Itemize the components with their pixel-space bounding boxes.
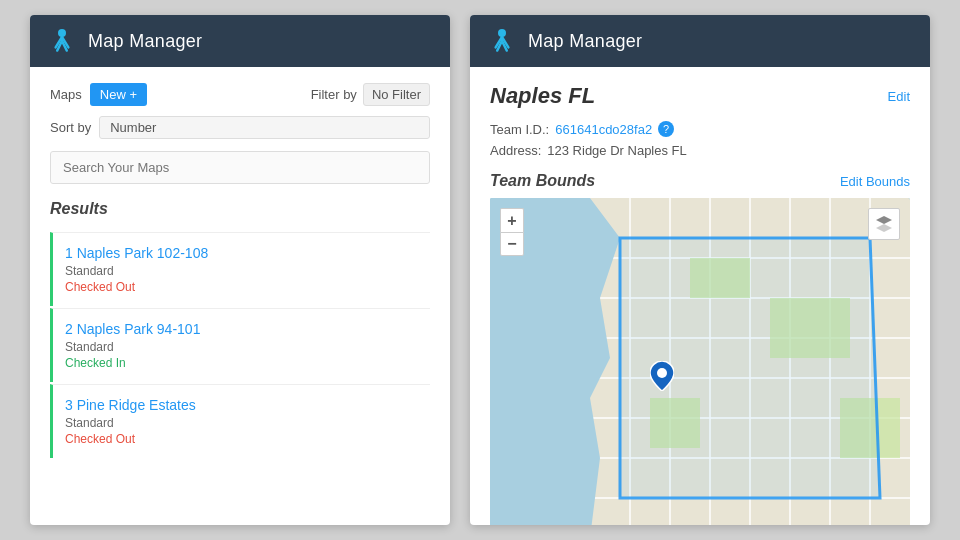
filter-value[interactable]: No Filter <box>363 83 430 106</box>
svg-marker-35 <box>876 224 892 232</box>
toolbar-row: Maps New + Filter by No Filter <box>50 83 430 106</box>
team-id-label: Team I.D.: <box>490 122 549 137</box>
map-item-type-1: Standard <box>65 264 430 278</box>
filter-group: Filter by No Filter <box>311 83 430 106</box>
map-layer-button[interactable] <box>868 208 900 240</box>
right-panel: Map Manager Naples FL Edit Team I.D.: 66… <box>470 15 930 525</box>
maps-label: Maps <box>50 87 82 102</box>
svg-point-0 <box>58 29 66 37</box>
map-item-name-2[interactable]: 2 Naples Park 94-101 <box>65 321 430 337</box>
address-row: Address: 123 Ridge Dr Naples FL <box>490 143 910 158</box>
question-icon[interactable]: ? <box>658 121 674 137</box>
location-pin <box>650 361 674 395</box>
list-item: 2 Naples Park 94-101 Standard Checked In <box>50 308 430 382</box>
bounds-section-header: Team Bounds Edit Bounds <box>490 172 910 190</box>
figure-icon-right <box>486 25 518 57</box>
zoom-out-button[interactable]: − <box>500 232 524 256</box>
new-button[interactable]: New + <box>90 83 147 106</box>
map-item-status-1: Checked Out <box>65 280 430 294</box>
map-zoom-controls: + − <box>500 208 524 256</box>
search-input[interactable] <box>50 151 430 184</box>
map-item-status-2: Checked In <box>65 356 430 370</box>
address-label: Address: <box>490 143 541 158</box>
team-header: Naples FL Edit <box>490 83 910 109</box>
right-content: Naples FL Edit Team I.D.: 661641cdo28fa2… <box>470 67 930 525</box>
results-title: Results <box>50 200 430 218</box>
left-header-title: Map Manager <box>88 31 202 52</box>
map-background <box>490 198 910 525</box>
figure-icon <box>46 25 78 57</box>
layers-icon <box>874 214 894 234</box>
edit-link[interactable]: Edit <box>888 89 910 104</box>
zoom-in-button[interactable]: + <box>500 208 524 232</box>
map-item-name-3[interactable]: 3 Pine Ridge Estates <box>65 397 430 413</box>
map-item-type-2: Standard <box>65 340 430 354</box>
team-name: Naples FL <box>490 83 595 109</box>
filter-by-label: Filter by <box>311 87 357 102</box>
pin-icon <box>650 361 674 391</box>
list-item: 3 Pine Ridge Estates Standard Checked Ou… <box>50 384 430 458</box>
map-item-type-3: Standard <box>65 416 430 430</box>
team-id-value: 661641cdo28fa2 <box>555 122 652 137</box>
map-item-name-1[interactable]: 1 Naples Park 102-108 <box>65 245 430 261</box>
left-content: Maps New + Filter by No Filter Sort by N… <box>30 67 450 476</box>
svg-point-36 <box>657 368 667 378</box>
bounds-title: Team Bounds <box>490 172 595 190</box>
sort-by-label: Sort by <box>50 120 91 135</box>
sort-row: Sort by Number <box>50 116 430 139</box>
left-header: Map Manager <box>30 15 450 67</box>
right-header-title: Map Manager <box>528 31 642 52</box>
map-container: + − <box>490 198 910 525</box>
left-panel: Map Manager Maps New + Filter by No Filt… <box>30 15 450 525</box>
map-list: 1 Naples Park 102-108 Standard Checked O… <box>50 232 430 458</box>
right-header: Map Manager <box>470 15 930 67</box>
list-item: 1 Naples Park 102-108 Standard Checked O… <box>50 232 430 306</box>
address-value: 123 Ridge Dr Naples FL <box>547 143 686 158</box>
sort-value[interactable]: Number <box>99 116 430 139</box>
map-item-status-3: Checked Out <box>65 432 430 446</box>
svg-point-6 <box>498 29 506 37</box>
edit-bounds-link[interactable]: Edit Bounds <box>840 174 910 189</box>
svg-marker-34 <box>876 216 892 224</box>
team-id-row: Team I.D.: 661641cdo28fa2 ? <box>490 121 910 137</box>
